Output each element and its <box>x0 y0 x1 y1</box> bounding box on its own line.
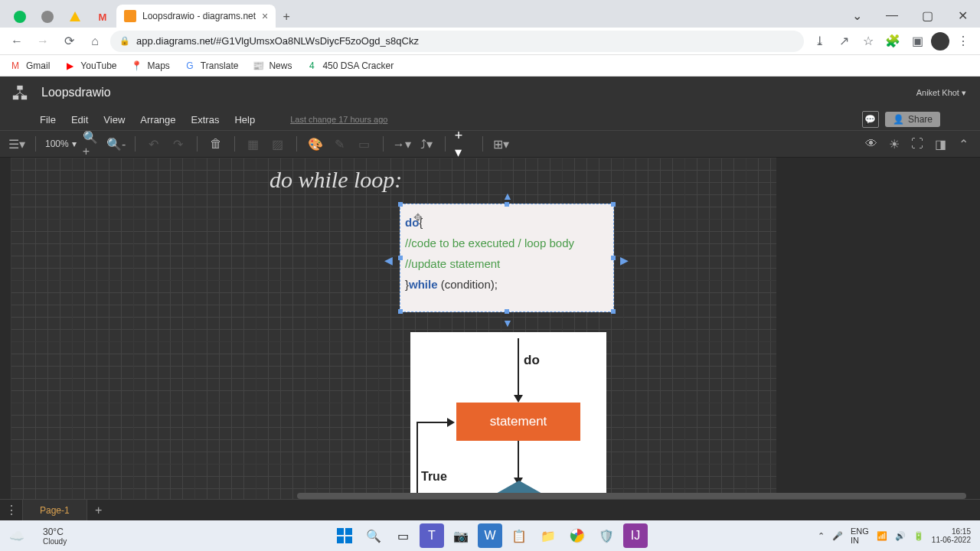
theme-icon[interactable]: ☀ <box>885 135 903 153</box>
table-icon[interactable]: ⊞▾ <box>492 135 511 153</box>
bookmark-item[interactable]: 📍Maps <box>131 60 170 72</box>
bookmark-item[interactable]: GTranslate <box>184 60 239 72</box>
user-name[interactable]: Aniket Khot ▾ <box>916 88 966 98</box>
menu-view[interactable]: View <box>103 114 125 126</box>
sidebar-toggle[interactable]: ☰▾ <box>8 135 26 153</box>
tab-close-icon[interactable]: × <box>262 10 268 22</box>
resize-handle[interactable] <box>505 202 509 207</box>
taskbar-app-2[interactable]: 📷 <box>449 523 473 548</box>
fullscreen-icon[interactable]: ⛶ <box>908 135 926 153</box>
resize-handle[interactable] <box>611 309 616 314</box>
battery-icon[interactable]: 🔋 <box>913 531 924 541</box>
resize-handle[interactable] <box>398 202 403 207</box>
document-title[interactable]: Loopsdrawio <box>41 86 111 99</box>
share-button[interactable]: 👤 Share <box>885 112 940 127</box>
weather-widget[interactable]: 30°C Cloudy <box>43 527 67 546</box>
direction-arrow-n[interactable]: ▲ <box>502 190 513 202</box>
drawio-logo[interactable] <box>9 82 31 103</box>
reload-button[interactable]: ⟳ <box>58 31 80 52</box>
weather-icon[interactable]: ☁️ <box>9 529 24 543</box>
taskbar-app-5[interactable]: 🛡️ <box>594 523 619 548</box>
task-view-icon[interactable]: ▭ <box>390 523 415 548</box>
volume-icon[interactable]: 🔊 <box>895 531 906 541</box>
undo-button[interactable]: ↶ <box>145 135 163 153</box>
shadow-icon[interactable]: ▭ <box>355 135 374 153</box>
redo-button[interactable]: ↷ <box>169 135 188 153</box>
new-tab-button[interactable]: + <box>276 6 297 28</box>
resize-handle[interactable] <box>398 309 403 314</box>
taskbar-app-1[interactable]: T <box>420 523 444 548</box>
back-button[interactable]: ← <box>6 31 28 52</box>
minimize-button[interactable]: — <box>874 3 910 28</box>
bookmark-item[interactable]: 📰News <box>252 60 292 72</box>
visibility-icon[interactable]: 👁 <box>862 135 880 153</box>
line-color-icon[interactable]: ✎ <box>331 135 349 153</box>
app-icon-2[interactable] <box>37 6 58 28</box>
profile-avatar[interactable] <box>931 32 949 51</box>
share-page-icon[interactable]: ↗ <box>833 31 854 52</box>
app-icon-3[interactable] <box>64 6 86 28</box>
address-bar[interactable]: 🔒 app.diagrams.net/#G1VlgUmsxOa8NLWsDiyc… <box>110 31 804 52</box>
sidepanel-icon[interactable]: ▣ <box>906 31 928 52</box>
chevron-down-icon[interactable]: ⌄ <box>839 3 874 28</box>
chrome-icon[interactable] <box>565 523 590 548</box>
zoom-select[interactable]: 100% ▾ <box>45 139 77 149</box>
add-page-button[interactable]: + <box>87 500 110 520</box>
file-explorer-icon[interactable]: 📁 <box>536 523 560 548</box>
app-icon-4[interactable]: M <box>92 6 113 28</box>
menu-file[interactable]: File <box>40 114 56 126</box>
start-button[interactable] <box>332 523 357 548</box>
fill-color-icon[interactable]: 🎨 <box>306 135 325 153</box>
page-tab[interactable]: Page-1 <box>23 500 87 520</box>
extensions-icon[interactable]: 🧩 <box>882 31 903 52</box>
format-panel-icon[interactable]: ◨ <box>931 135 949 153</box>
code-box-shape[interactable]: do{//code to be executed / loop body//up… <box>400 204 614 312</box>
resize-handle[interactable] <box>398 256 403 260</box>
taskbar-app-3[interactable]: W <box>478 523 502 548</box>
wifi-icon[interactable]: 📶 <box>877 531 887 541</box>
resize-handle[interactable] <box>505 309 509 314</box>
menu-icon[interactable]: ⋮ <box>952 31 974 52</box>
connection-icon[interactable]: →▾ <box>393 135 411 153</box>
menu-edit[interactable]: Edit <box>71 114 88 126</box>
comments-icon[interactable]: 💬 <box>862 111 879 128</box>
menu-extras[interactable]: Extras <box>191 114 220 126</box>
bookmark-item[interactable]: MGmail <box>9 60 50 72</box>
menu-help[interactable]: Help <box>234 114 255 126</box>
search-taskbar-icon[interactable]: 🔍 <box>361 523 386 548</box>
delete-button[interactable]: 🗑 <box>207 135 225 153</box>
taskbar-app-6[interactable]: IJ <box>623 523 648 548</box>
resize-handle[interactable] <box>611 202 616 207</box>
maximize-button[interactable]: ▢ <box>910 3 945 28</box>
waypoint-icon[interactable]: ⤴▾ <box>417 135 436 153</box>
to-front-icon[interactable]: ▦ <box>244 135 263 153</box>
collapse-icon[interactable]: ⌃ <box>954 135 972 153</box>
insert-icon[interactable]: + ▾ <box>455 135 473 153</box>
mic-icon[interactable]: 🎤 <box>832 531 843 541</box>
install-icon[interactable]: ⤓ <box>808 31 830 52</box>
pages-menu-button[interactable]: ⋮ <box>0 500 23 520</box>
close-window-button[interactable]: ✕ <box>945 3 980 28</box>
canvas[interactable]: do while loop: do{//code to be executed … <box>0 158 980 499</box>
taskbar-app-4[interactable]: 📋 <box>507 523 531 548</box>
flowchart-shape[interactable]: do statement True condition <box>410 332 606 499</box>
bookmark-item[interactable]: ▶YouTube <box>64 60 116 72</box>
to-back-icon[interactable]: ▨ <box>269 135 287 153</box>
zoom-out-icon[interactable]: 🔍- <box>107 135 126 153</box>
diagram-title[interactable]: do while loop: <box>270 167 402 193</box>
forward-button[interactable]: → <box>32 31 54 52</box>
direction-arrow-w[interactable]: ◀ <box>384 254 393 266</box>
last-change-link[interactable]: Last change 17 hours ago <box>290 115 387 124</box>
language-indicator[interactable]: ENGIN <box>851 527 869 545</box>
menu-arrange[interactable]: Arrange <box>140 114 175 126</box>
direction-arrow-s[interactable]: ▼ <box>502 317 513 329</box>
bookmark-item[interactable]: 4450 DSA Cracker <box>305 60 394 72</box>
home-button[interactable]: ⌂ <box>84 31 106 52</box>
browser-tab[interactable]: Loopsdrawio - diagrams.net × <box>116 5 276 28</box>
zoom-in-icon[interactable]: 🔍+ <box>83 135 101 153</box>
resize-handle[interactable] <box>611 256 616 260</box>
tray-chevron-icon[interactable]: ⌃ <box>818 531 825 541</box>
star-icon[interactable]: ☆ <box>858 31 879 52</box>
direction-arrow-e[interactable]: ▶ <box>620 254 629 266</box>
horizontal-scrollbar[interactable] <box>297 493 966 499</box>
